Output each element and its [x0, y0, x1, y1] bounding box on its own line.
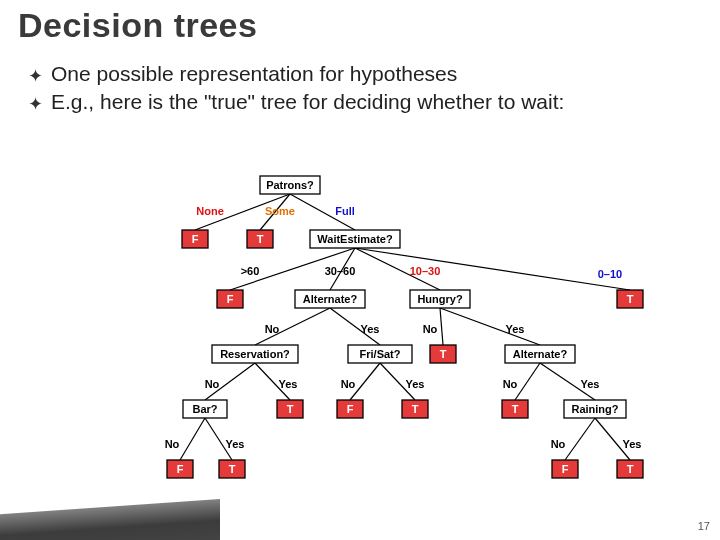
edge-label: 0–10: [598, 268, 622, 280]
bullet-item: ✦ One possible representation for hypoth…: [28, 60, 668, 88]
node-bar: Bar?: [192, 403, 217, 415]
leaf-F: F: [562, 463, 569, 475]
edge-label: No: [165, 438, 180, 450]
edge-label: >60: [241, 265, 260, 277]
edge-label: No: [205, 378, 220, 390]
node-alternate: Alternate?: [303, 293, 358, 305]
edge-label: None: [196, 205, 224, 217]
leaf-T: T: [627, 293, 634, 305]
node-patrons: Patrons?: [266, 179, 314, 191]
bullet-text: E.g., here is the "true" tree for decidi…: [51, 88, 564, 116]
leaf-F: F: [177, 463, 184, 475]
svg-line-10: [440, 308, 540, 345]
bullet-text: One possible representation for hypothes…: [51, 60, 457, 88]
leaf-F: F: [192, 233, 199, 245]
svg-line-17: [180, 418, 205, 460]
leaf-T: T: [229, 463, 236, 475]
bullet-icon: ✦: [28, 60, 51, 88]
decorative-wedge: [0, 499, 220, 540]
edge-label: Yes: [361, 323, 380, 335]
leaf-T: T: [257, 233, 264, 245]
bullet-item: ✦ E.g., here is the "true" tree for deci…: [28, 88, 668, 116]
edge-label: Yes: [623, 438, 642, 450]
edge-label: No: [341, 378, 356, 390]
node-frisat: Fri/Sat?: [360, 348, 401, 360]
edge-label: 10–30: [410, 265, 441, 277]
svg-line-9: [440, 308, 443, 345]
leaf-T: T: [627, 463, 634, 475]
leaf-T: T: [412, 403, 419, 415]
edge-label: Yes: [581, 378, 600, 390]
edge-label: Some: [265, 205, 295, 217]
edge-label: No: [551, 438, 566, 450]
page-title: Decision trees: [18, 6, 257, 45]
page-number: 17: [698, 520, 710, 532]
svg-line-15: [515, 363, 540, 400]
leaf-T: T: [287, 403, 294, 415]
edge-label: No: [503, 378, 518, 390]
leaf-F: F: [227, 293, 234, 305]
node-waitestimate: WaitEstimate?: [317, 233, 393, 245]
edge-label: Yes: [406, 378, 425, 390]
node-alternate2: Alternate?: [513, 348, 568, 360]
leaf-F: F: [347, 403, 354, 415]
edge-label: Yes: [506, 323, 525, 335]
decision-tree-diagram: Patrons? None Some Full F T WaitEstimate…: [120, 170, 680, 500]
node-hungry: Hungry?: [417, 293, 463, 305]
edge-label: No: [423, 323, 438, 335]
bullet-icon: ✦: [28, 88, 51, 116]
edge-label: Yes: [226, 438, 245, 450]
slide: Decision trees ✦ One possible representa…: [0, 0, 720, 540]
svg-line-19: [565, 418, 595, 460]
edge-label: No: [265, 323, 280, 335]
bullet-list: ✦ One possible representation for hypoth…: [28, 60, 668, 117]
tree-svg: Patrons? None Some Full F T WaitEstimate…: [120, 170, 680, 500]
leaf-T: T: [512, 403, 519, 415]
edge-label: Full: [335, 205, 355, 217]
leaf-T: T: [440, 348, 447, 360]
edge-label: 30–60: [325, 265, 356, 277]
node-reservation: Reservation?: [220, 348, 290, 360]
node-raining: Raining?: [571, 403, 618, 415]
edge-label: Yes: [279, 378, 298, 390]
